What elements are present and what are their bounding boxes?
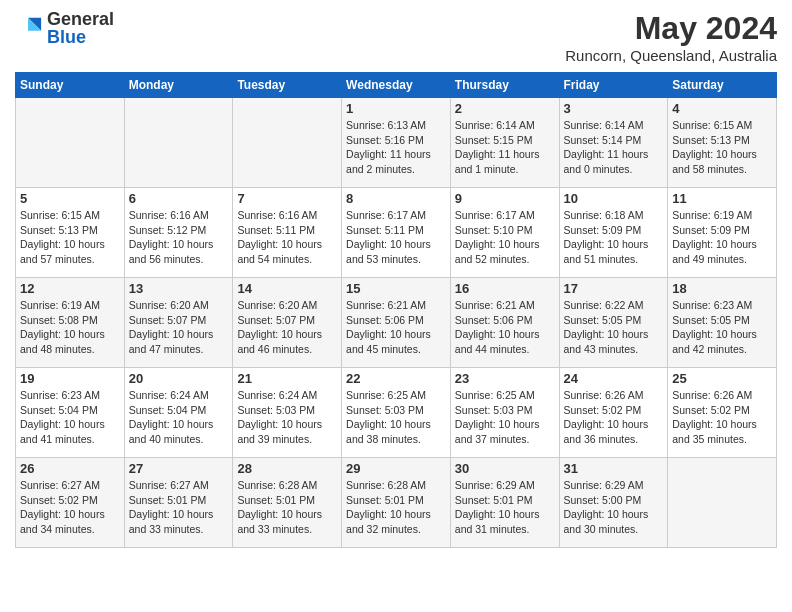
day-info: Sunrise: 6:28 AMSunset: 5:01 PMDaylight:…	[237, 478, 337, 537]
day-info: Sunrise: 6:24 AMSunset: 5:03 PMDaylight:…	[237, 388, 337, 447]
calendar-cell: 3Sunrise: 6:14 AMSunset: 5:14 PMDaylight…	[559, 98, 668, 188]
calendar-cell: 11Sunrise: 6:19 AMSunset: 5:09 PMDayligh…	[668, 188, 777, 278]
calendar-cell: 4Sunrise: 6:15 AMSunset: 5:13 PMDaylight…	[668, 98, 777, 188]
day-info: Sunrise: 6:29 AMSunset: 5:01 PMDaylight:…	[455, 478, 555, 537]
day-number: 19	[20, 371, 120, 386]
calendar-cell: 18Sunrise: 6:23 AMSunset: 5:05 PMDayligh…	[668, 278, 777, 368]
day-number: 22	[346, 371, 446, 386]
day-number: 12	[20, 281, 120, 296]
weekday-header: Tuesday	[233, 73, 342, 98]
day-info: Sunrise: 6:24 AMSunset: 5:04 PMDaylight:…	[129, 388, 229, 447]
calendar-week-row: 5Sunrise: 6:15 AMSunset: 5:13 PMDaylight…	[16, 188, 777, 278]
day-number: 29	[346, 461, 446, 476]
day-info: Sunrise: 6:15 AMSunset: 5:13 PMDaylight:…	[20, 208, 120, 267]
day-info: Sunrise: 6:22 AMSunset: 5:05 PMDaylight:…	[564, 298, 664, 357]
logo-blue: Blue	[47, 28, 114, 46]
calendar-cell: 19Sunrise: 6:23 AMSunset: 5:04 PMDayligh…	[16, 368, 125, 458]
calendar-cell	[16, 98, 125, 188]
calendar-week-row: 12Sunrise: 6:19 AMSunset: 5:08 PMDayligh…	[16, 278, 777, 368]
calendar-week-row: 1Sunrise: 6:13 AMSunset: 5:16 PMDaylight…	[16, 98, 777, 188]
day-number: 11	[672, 191, 772, 206]
month-title: May 2024	[565, 10, 777, 47]
calendar-cell: 16Sunrise: 6:21 AMSunset: 5:06 PMDayligh…	[450, 278, 559, 368]
day-info: Sunrise: 6:19 AMSunset: 5:08 PMDaylight:…	[20, 298, 120, 357]
logo-general: General	[47, 10, 114, 28]
day-number: 8	[346, 191, 446, 206]
calendar-cell: 20Sunrise: 6:24 AMSunset: 5:04 PMDayligh…	[124, 368, 233, 458]
day-info: Sunrise: 6:16 AMSunset: 5:12 PMDaylight:…	[129, 208, 229, 267]
calendar-cell	[668, 458, 777, 548]
calendar-cell: 31Sunrise: 6:29 AMSunset: 5:00 PMDayligh…	[559, 458, 668, 548]
day-number: 31	[564, 461, 664, 476]
calendar-cell	[124, 98, 233, 188]
calendar-cell: 12Sunrise: 6:19 AMSunset: 5:08 PMDayligh…	[16, 278, 125, 368]
calendar-cell: 1Sunrise: 6:13 AMSunset: 5:16 PMDaylight…	[342, 98, 451, 188]
calendar-cell: 13Sunrise: 6:20 AMSunset: 5:07 PMDayligh…	[124, 278, 233, 368]
day-info: Sunrise: 6:19 AMSunset: 5:09 PMDaylight:…	[672, 208, 772, 267]
calendar-cell	[233, 98, 342, 188]
calendar-cell: 30Sunrise: 6:29 AMSunset: 5:01 PMDayligh…	[450, 458, 559, 548]
day-info: Sunrise: 6:26 AMSunset: 5:02 PMDaylight:…	[564, 388, 664, 447]
day-number: 2	[455, 101, 555, 116]
day-info: Sunrise: 6:14 AMSunset: 5:14 PMDaylight:…	[564, 118, 664, 177]
calendar-cell: 9Sunrise: 6:17 AMSunset: 5:10 PMDaylight…	[450, 188, 559, 278]
calendar-cell: 2Sunrise: 6:14 AMSunset: 5:15 PMDaylight…	[450, 98, 559, 188]
logo-icon	[15, 14, 43, 42]
day-number: 26	[20, 461, 120, 476]
day-number: 21	[237, 371, 337, 386]
day-number: 3	[564, 101, 664, 116]
day-info: Sunrise: 6:23 AMSunset: 5:05 PMDaylight:…	[672, 298, 772, 357]
day-number: 27	[129, 461, 229, 476]
day-info: Sunrise: 6:20 AMSunset: 5:07 PMDaylight:…	[237, 298, 337, 357]
day-number: 10	[564, 191, 664, 206]
day-number: 20	[129, 371, 229, 386]
calendar-cell: 7Sunrise: 6:16 AMSunset: 5:11 PMDaylight…	[233, 188, 342, 278]
day-number: 15	[346, 281, 446, 296]
day-info: Sunrise: 6:20 AMSunset: 5:07 PMDaylight:…	[129, 298, 229, 357]
day-info: Sunrise: 6:28 AMSunset: 5:01 PMDaylight:…	[346, 478, 446, 537]
day-info: Sunrise: 6:13 AMSunset: 5:16 PMDaylight:…	[346, 118, 446, 177]
calendar-cell: 26Sunrise: 6:27 AMSunset: 5:02 PMDayligh…	[16, 458, 125, 548]
calendar-cell: 22Sunrise: 6:25 AMSunset: 5:03 PMDayligh…	[342, 368, 451, 458]
day-number: 30	[455, 461, 555, 476]
weekday-header: Monday	[124, 73, 233, 98]
day-number: 25	[672, 371, 772, 386]
calendar-cell: 29Sunrise: 6:28 AMSunset: 5:01 PMDayligh…	[342, 458, 451, 548]
day-number: 14	[237, 281, 337, 296]
day-info: Sunrise: 6:14 AMSunset: 5:15 PMDaylight:…	[455, 118, 555, 177]
day-info: Sunrise: 6:25 AMSunset: 5:03 PMDaylight:…	[346, 388, 446, 447]
day-info: Sunrise: 6:27 AMSunset: 5:01 PMDaylight:…	[129, 478, 229, 537]
calendar-week-row: 19Sunrise: 6:23 AMSunset: 5:04 PMDayligh…	[16, 368, 777, 458]
day-number: 13	[129, 281, 229, 296]
weekday-header: Friday	[559, 73, 668, 98]
day-number: 23	[455, 371, 555, 386]
weekday-header: Sunday	[16, 73, 125, 98]
day-info: Sunrise: 6:17 AMSunset: 5:10 PMDaylight:…	[455, 208, 555, 267]
day-number: 6	[129, 191, 229, 206]
day-number: 7	[237, 191, 337, 206]
location: Runcorn, Queensland, Australia	[565, 47, 777, 64]
day-number: 17	[564, 281, 664, 296]
calendar-cell: 14Sunrise: 6:20 AMSunset: 5:07 PMDayligh…	[233, 278, 342, 368]
calendar-cell: 15Sunrise: 6:21 AMSunset: 5:06 PMDayligh…	[342, 278, 451, 368]
day-info: Sunrise: 6:23 AMSunset: 5:04 PMDaylight:…	[20, 388, 120, 447]
day-number: 24	[564, 371, 664, 386]
weekday-header: Saturday	[668, 73, 777, 98]
calendar-cell: 5Sunrise: 6:15 AMSunset: 5:13 PMDaylight…	[16, 188, 125, 278]
day-number: 9	[455, 191, 555, 206]
weekday-header: Thursday	[450, 73, 559, 98]
day-info: Sunrise: 6:16 AMSunset: 5:11 PMDaylight:…	[237, 208, 337, 267]
calendar-cell: 6Sunrise: 6:16 AMSunset: 5:12 PMDaylight…	[124, 188, 233, 278]
calendar-week-row: 26Sunrise: 6:27 AMSunset: 5:02 PMDayligh…	[16, 458, 777, 548]
day-number: 4	[672, 101, 772, 116]
day-info: Sunrise: 6:27 AMSunset: 5:02 PMDaylight:…	[20, 478, 120, 537]
calendar-cell: 8Sunrise: 6:17 AMSunset: 5:11 PMDaylight…	[342, 188, 451, 278]
day-info: Sunrise: 6:21 AMSunset: 5:06 PMDaylight:…	[346, 298, 446, 357]
day-number: 28	[237, 461, 337, 476]
calendar-cell: 28Sunrise: 6:28 AMSunset: 5:01 PMDayligh…	[233, 458, 342, 548]
calendar-cell: 25Sunrise: 6:26 AMSunset: 5:02 PMDayligh…	[668, 368, 777, 458]
calendar-cell: 23Sunrise: 6:25 AMSunset: 5:03 PMDayligh…	[450, 368, 559, 458]
day-info: Sunrise: 6:25 AMSunset: 5:03 PMDaylight:…	[455, 388, 555, 447]
day-info: Sunrise: 6:29 AMSunset: 5:00 PMDaylight:…	[564, 478, 664, 537]
day-number: 16	[455, 281, 555, 296]
